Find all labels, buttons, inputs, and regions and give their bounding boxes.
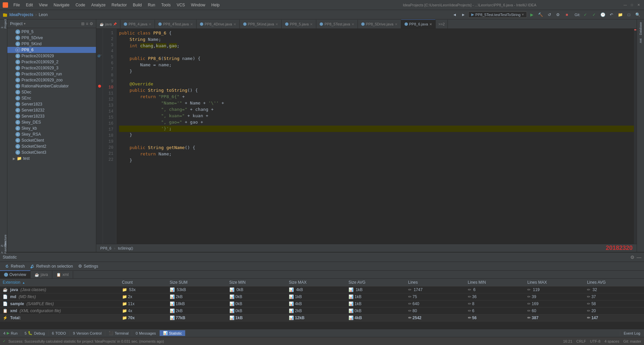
taskbar-debug[interactable]: 5 🐛 Debug [21, 330, 49, 336]
close-icon[interactable]: ✕ [429, 22, 432, 26]
tree-item-skey-kb[interactable]: C Skey_kb [7, 125, 96, 131]
favorites-icon[interactable]: 2: Favorites [1, 245, 7, 251]
menu-analyze[interactable]: Analyze [89, 2, 108, 8]
database-panel-icon[interactable]: Database [638, 21, 643, 37]
close-icon[interactable]: ✕ [310, 22, 313, 26]
taskbar-vcs[interactable]: 9 Version Control [70, 331, 105, 336]
th-linesmin[interactable]: Lines MIN [465, 279, 525, 286]
taskbar-statistic[interactable]: 📊 Statistic [160, 330, 186, 336]
tab-pp8-5test[interactable]: PP8_5Test.java ✕ [316, 20, 358, 28]
close-icon[interactable]: ✕ [149, 22, 151, 26]
stat-settings-icon[interactable]: ⚙ [630, 255, 635, 260]
taskbar-terminal[interactable]: ⬛ Terminal [105, 330, 132, 336]
menu-window[interactable]: Window [188, 2, 208, 8]
table-row-xml[interactable]: 📋 xml (XML configuration file) 📁4x 📊2kB … [0, 307, 644, 315]
th-sizesum[interactable]: Size SUM [167, 279, 227, 286]
tree-item-server18232[interactable]: C Server18232 [7, 107, 96, 113]
ant-panel-icon[interactable]: Ant [638, 37, 643, 45]
maximize-button[interactable]: □ [629, 2, 635, 8]
menu-help[interactable]: Help [209, 2, 222, 8]
tree-item-pp8-6[interactable]: C PP8_6 [7, 47, 96, 53]
sidebar-settings-icon[interactable]: ⚙ [90, 21, 93, 26]
close-icon[interactable]: ✕ [275, 22, 278, 26]
forward-button[interactable]: ► [460, 11, 467, 18]
th-sizeavg[interactable]: Size AVG [346, 279, 406, 286]
tree-item-pp8-5kind[interactable]: C PP8_5Kind [7, 41, 96, 47]
menu-refactor[interactable]: Refactor [109, 2, 129, 8]
git-history[interactable]: 🕐 [599, 11, 606, 18]
tree-item-practice-run[interactable]: C Practice20190929_run [7, 71, 96, 77]
menu-run[interactable]: Run [145, 2, 158, 8]
close-icon[interactable]: ✕ [395, 22, 397, 26]
menu-navigate[interactable]: Navigate [51, 2, 72, 8]
menu-vcs[interactable]: VCS [174, 2, 188, 8]
tab-pp8-4test[interactable]: PP8_4Test.java ✕ [155, 20, 196, 28]
run-button[interactable]: ▶ [528, 11, 536, 18]
tree-item-practice-zoo[interactable]: C Practice20190929_zoo [7, 77, 96, 83]
git-vcs[interactable]: 📁 [616, 11, 624, 18]
tree-item-skey-des[interactable]: C Skey_DES [7, 119, 96, 125]
git-check1[interactable]: ✓ [582, 11, 589, 18]
taskbar-todo[interactable]: 6 TODO [49, 331, 70, 336]
git-check2[interactable]: ✓ [590, 11, 598, 18]
tree-item-socketclient2[interactable]: C SocketClient2 [7, 143, 96, 149]
reload-button[interactable]: ↺ [546, 11, 553, 18]
tree-item-practice2[interactable]: C Practice20190929_2 [7, 59, 96, 65]
close-icon[interactable]: ✕ [190, 22, 193, 26]
stat-tab-xml[interactable]: 📋 xml [52, 271, 73, 278]
tab-more[interactable]: >>2 [436, 20, 448, 28]
tree-item-rncalc[interactable]: C RationalNumberCalculator [7, 83, 96, 89]
code-text[interactable]: public class PP8_6 { String Name; int ch… [116, 29, 634, 244]
menu-file[interactable]: File [11, 2, 22, 8]
refresh-on-selection-button[interactable]: Refresh on selection [28, 263, 75, 269]
search-everywhere[interactable]: 🔍 [634, 11, 641, 18]
tree-item-test[interactable]: ▶ 📁 test [7, 155, 96, 161]
table-row-java[interactable]: ☕ java (Java classes) 📁 53x 📊 53kB 📊 [0, 286, 644, 293]
sidebar-collapse-icon[interactable]: ⊞ [81, 21, 85, 26]
tab-pp8-4[interactable]: PP8_4.java ✕ [120, 20, 155, 28]
tree-item-practice1[interactable]: C Practice20190929 [7, 53, 96, 59]
th-lines[interactable]: Lines [406, 279, 465, 286]
tree-item-server18233[interactable]: C Server18233 [7, 113, 96, 119]
git-rollback[interactable]: ↶ [608, 11, 615, 18]
layout-button[interactable]: □ [625, 11, 633, 18]
taskbar-run[interactable]: 4 ▶ Run [0, 330, 21, 336]
tree-item-socketclient3[interactable]: C SocketClient3 [7, 149, 96, 155]
tree-item-pp8-5drive[interactable]: C PP8_5Drive [7, 35, 96, 41]
minimize-button[interactable]: — [623, 2, 628, 8]
back-button[interactable]: ◄ [451, 11, 458, 18]
run-config-selector[interactable]: ▶ PP8_5Test.testTestToString ▾ [468, 11, 527, 18]
stop-button[interactable]: ■ [563, 11, 571, 18]
project-panel-icon[interactable]: 1: Project [1, 21, 7, 27]
stat-minimize-icon[interactable]: — [637, 255, 641, 260]
th-sizemax[interactable]: Size MAX [286, 279, 346, 286]
menu-view[interactable]: View [36, 2, 50, 8]
sidebar-dropdown[interactable]: ▾ [24, 22, 25, 25]
tree-item-server1823[interactable]: C Server1823 [7, 101, 96, 107]
th-linesavg[interactable]: Lines AVG [584, 279, 644, 286]
menu-build[interactable]: Build [130, 2, 145, 8]
stat-tab-overview[interactable]: Overview [0, 270, 31, 278]
tree-item-sdec[interactable]: C SDec [7, 89, 96, 95]
th-extension[interactable]: Extension ▲ [0, 279, 119, 286]
th-count[interactable]: Count [119, 279, 167, 286]
tab-pp8-4drive[interactable]: PP8_4Drive.java ✕ [197, 20, 240, 28]
th-linesmax[interactable]: Lines MAX [525, 279, 584, 286]
table-row-md[interactable]: 📄 md (MD files) 📁2x 📊2kB 📊0kB 📊1kB 📊1kB … [0, 293, 644, 300]
build-button[interactable]: 🔨 [537, 11, 544, 18]
close-icon[interactable]: ✕ [352, 22, 354, 26]
tab-java-special[interactable]: ☕ java 📌 [96, 20, 120, 28]
tab-pp8-6[interactable]: PP8_6.java ✕ [401, 19, 436, 28]
tree-item-pp8-5[interactable]: C PP8_5 [7, 29, 96, 35]
menu-edit[interactable]: Edit [23, 2, 36, 8]
settings-button[interactable]: ⚙ [554, 11, 562, 18]
taskbar-messages[interactable]: 0 Messages [132, 331, 159, 336]
sidebar-sort-icon[interactable]: ≡ [86, 21, 88, 26]
menu-tools[interactable]: Tools [159, 2, 173, 8]
taskbar-eventlog[interactable]: Event Log [620, 331, 644, 336]
menu-code[interactable]: Code [73, 2, 88, 8]
tree-item-skey-rsa[interactable]: C Skey_RSA [7, 131, 96, 137]
table-row-sample[interactable]: 📄 sample (SAMPLE files) 📁11x 📊18kB 📊0kB … [0, 300, 644, 307]
tree-item-socketclient[interactable]: C SocketClient [7, 137, 96, 143]
stat-tab-java[interactable]: ☕ java [31, 271, 52, 278]
